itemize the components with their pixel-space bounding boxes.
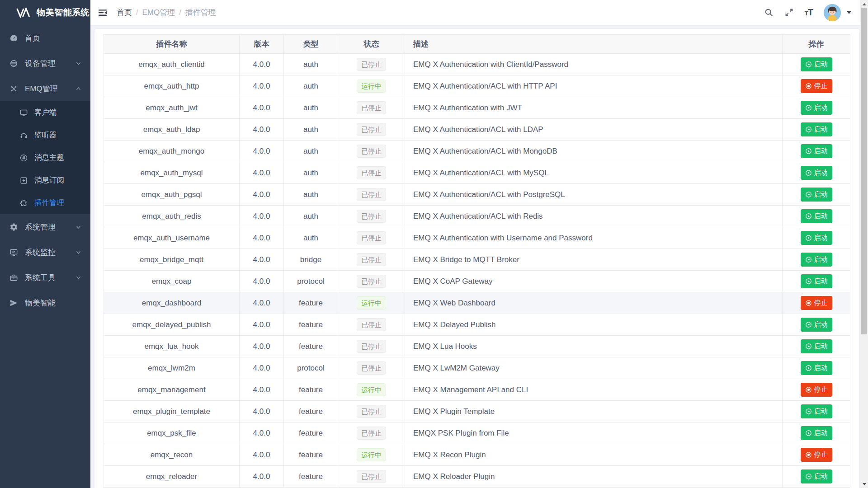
sidebar-item-subscribe[interactable]: 消息订阅: [0, 169, 90, 192]
hamburger-icon[interactable]: [98, 7, 108, 18]
sidebar-item-plugin[interactable]: 插件管理: [0, 192, 90, 214]
button-label: 启动: [814, 190, 828, 199]
scrollbar-down-arrow[interactable]: [860, 480, 868, 488]
plugin-description: EMQ X Bridge to MQTT Broker: [405, 249, 783, 271]
start-button[interactable]: 启动: [801, 231, 832, 245]
sidebar-item-label: 消息订阅: [34, 175, 64, 185]
button-label: 启动: [814, 255, 828, 264]
plugin-version: 4.0.0: [240, 357, 284, 379]
sidebar-item-wumei[interactable]: 物美智能: [0, 290, 90, 315]
plugin-type: feature: [284, 379, 338, 401]
start-button[interactable]: 启动: [801, 122, 832, 136]
plugin-description: EMQ X Authentication with Username and P…: [405, 227, 783, 249]
plugin-description: EMQ X LwM2M Gateway: [405, 357, 783, 379]
start-button[interactable]: 启动: [801, 209, 832, 223]
start-button[interactable]: 启动: [801, 361, 832, 375]
sidebar-item-label: 客户端: [34, 108, 57, 117]
submenu-emq: 客户端监听器消息主题消息订阅插件管理: [0, 101, 90, 214]
start-button[interactable]: 启动: [801, 339, 832, 353]
column-header: 状态: [338, 35, 405, 54]
table-row: emqx_auth_mysql4.0.0auth已停止EMQ X Authent…: [104, 162, 850, 184]
start-button[interactable]: 启动: [801, 101, 832, 115]
plugin-status-cell: 已停止: [338, 271, 405, 292]
sidebar-item-device[interactable]: 设备管理: [0, 51, 90, 76]
sidebar-item-tools[interactable]: 系统工具: [0, 265, 90, 290]
plugin-status-cell: 运行中: [338, 292, 405, 314]
button-label: 停止: [814, 299, 828, 307]
table-row: emqx_coap4.0.0protocol已停止EMQ X CoAP Gate…: [104, 271, 850, 292]
plugin-name: emqx_lua_hook: [104, 336, 240, 357]
user-menu[interactable]: [824, 4, 851, 21]
sidebar-item-system[interactable]: 系统管理: [0, 214, 90, 239]
avatar[interactable]: [824, 4, 841, 21]
table-row: emqx_bridge_mqtt4.0.0bridge已停止EMQ X Brid…: [104, 249, 850, 271]
breadcrumb-separator: /: [179, 9, 181, 17]
plugin-type: auth: [284, 141, 338, 162]
stop-button[interactable]: 停止: [801, 448, 832, 462]
chevron-up-icon: [75, 86, 81, 92]
stop-button[interactable]: 停止: [801, 383, 832, 397]
table-row: emqx_auth_username4.0.0auth已停止EMQ X Auth…: [104, 227, 850, 249]
plugin-version: 4.0.0: [240, 422, 284, 444]
play-circle-icon: [805, 191, 812, 198]
sidebar-item-client[interactable]: 客户端: [0, 101, 90, 124]
plugins-table: 插件名称版本类型状态描述操作 emqx_auth_clientid4.0.0au…: [104, 34, 850, 488]
sidebar-item-home[interactable]: 首页: [0, 25, 90, 51]
start-button[interactable]: 启动: [801, 144, 832, 158]
play-circle-icon: [805, 473, 812, 480]
start-button[interactable]: 启动: [801, 404, 832, 418]
plugin-status-cell: 已停止: [338, 162, 405, 184]
plugin-type: auth: [284, 227, 338, 249]
plugin-type: auth: [284, 75, 338, 97]
sidebar-item-monitor[interactable]: 系统监控: [0, 239, 90, 265]
start-button[interactable]: 启动: [801, 57, 832, 71]
table-row: emqx_lua_hook4.0.0feature已停止EMQ X Lua Ho…: [104, 336, 850, 357]
sidebar-item-listener[interactable]: 监听器: [0, 124, 90, 146]
plugin-type: feature: [284, 444, 338, 466]
play-circle-icon: [805, 104, 812, 111]
scrollbar-thumb[interactable]: [861, 8, 867, 334]
scrollbar-up-arrow[interactable]: [860, 0, 868, 8]
dashboard-icon: [9, 33, 18, 42]
start-button[interactable]: 启动: [801, 253, 832, 267]
breadcrumb-item[interactable]: EMQ管理: [142, 7, 175, 18]
button-label: 停止: [814, 82, 828, 90]
search-icon[interactable]: [764, 8, 774, 17]
start-button[interactable]: 启动: [801, 166, 832, 180]
play-circle-icon: [805, 169, 812, 176]
plugin-action-cell: 启动: [783, 119, 850, 141]
start-button[interactable]: 启动: [801, 188, 832, 202]
stop-circle-icon: [805, 300, 812, 306]
plugin-status-cell: 已停止: [338, 336, 405, 357]
play-circle-icon: [805, 278, 812, 285]
plugin-action-cell: 启动: [783, 227, 850, 249]
chevron-down-icon: [75, 275, 81, 281]
sidebar-item-emq[interactable]: EMQ管理: [0, 76, 90, 101]
plugin-status-cell: 已停止: [338, 401, 405, 422]
stop-button[interactable]: 停止: [801, 296, 832, 310]
table-row: emqx_plugin_template4.0.0feature已停止EMQ X…: [104, 401, 850, 422]
devices-icon: [9, 59, 18, 68]
fullscreen-icon[interactable]: [784, 8, 794, 17]
status-badge: 已停止: [357, 275, 386, 288]
sidebar-item-topic[interactable]: 消息主题: [0, 146, 90, 169]
sidebar-item-label: 系统管理: [25, 222, 56, 232]
paper-plane-icon: [9, 298, 18, 307]
breadcrumb-item[interactable]: 首页: [117, 7, 132, 18]
plugin-version: 4.0.0: [240, 227, 284, 249]
app-window: 物美智能系统 首页设备管理EMQ管理客户端监听器消息主题消息订阅插件管理系统管理…: [0, 0, 868, 488]
sidebar-item-label: 插件管理: [34, 198, 64, 208]
start-button[interactable]: 启动: [801, 426, 832, 440]
start-button[interactable]: 启动: [801, 274, 832, 288]
plugin-status-cell: 已停止: [338, 466, 405, 488]
sidebar-item-label: 物美智能: [25, 298, 56, 308]
button-label: 启动: [814, 320, 828, 329]
start-button[interactable]: 启动: [801, 469, 832, 483]
start-button[interactable]: 启动: [801, 318, 832, 332]
button-label: 启动: [814, 169, 828, 177]
stop-button[interactable]: 停止: [801, 79, 832, 93]
topbar-tools: TT: [764, 4, 851, 21]
scrollbar[interactable]: [860, 0, 868, 488]
plugin-description: EMQ X Authentication/ACL with Redis: [405, 206, 783, 227]
fontsize-icon[interactable]: TT: [805, 7, 813, 18]
